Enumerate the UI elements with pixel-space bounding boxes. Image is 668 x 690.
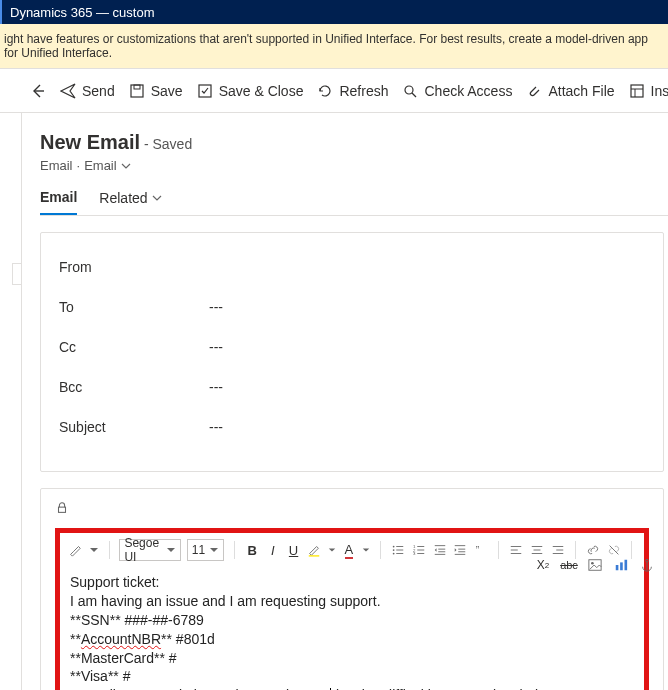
bullets-button[interactable] — [391, 540, 406, 560]
quote-icon: ” — [474, 543, 488, 557]
save-close-label: Save & Close — [219, 83, 304, 99]
app-title-bar: Dynamics 365 — custom — [0, 0, 668, 24]
font-name-value: Segoe UI — [124, 536, 161, 564]
caret-down-icon[interactable] — [328, 545, 336, 555]
quote-button[interactable]: ” — [474, 540, 489, 560]
body-line-3b: ###-##-6789 — [124, 612, 203, 628]
cc-row[interactable]: Cc --- — [59, 327, 645, 367]
subject-row[interactable]: Subject --- — [59, 407, 645, 447]
body-line-6: **Visa** # — [70, 668, 130, 684]
highlight-button[interactable] — [307, 540, 322, 560]
svg-rect-9 — [59, 507, 66, 512]
breadcrumb-sep: · — [77, 158, 81, 173]
check-access-icon — [402, 83, 418, 99]
editor-card: X2 abc — [40, 488, 664, 690]
chevron-down-icon[interactable] — [121, 161, 131, 171]
svg-point-22 — [393, 553, 395, 555]
bcc-row[interactable]: Bcc --- — [59, 367, 645, 407]
svg-line-48 — [609, 546, 618, 555]
attach-file-button[interactable]: Attach File — [526, 83, 614, 99]
caret-down-icon[interactable] — [362, 545, 370, 555]
warning-text: ight have features or customizations tha… — [4, 32, 648, 60]
app-title: Dynamics 365 — custom — [10, 5, 155, 20]
breadcrumb-b[interactable]: Email — [84, 158, 117, 173]
format-painter-drop[interactable] — [89, 540, 99, 560]
align-left-button[interactable] — [509, 540, 524, 560]
save-close-icon — [197, 83, 213, 99]
highlighted-editor-region: Segoe UI 11 B I U A — [55, 528, 649, 690]
font-name-select[interactable]: Segoe UI — [119, 539, 180, 561]
svg-point-18 — [393, 546, 395, 548]
save-label: Save — [151, 83, 183, 99]
body-line-4a: ** — [70, 631, 81, 647]
indent-icon — [453, 543, 467, 557]
insert-template-label: Insert Templat — [651, 83, 668, 99]
underline-button[interactable]: U — [286, 540, 301, 560]
outdent-icon — [433, 543, 447, 557]
font-size-select[interactable]: 11 — [187, 539, 224, 561]
svg-point-4 — [405, 86, 413, 94]
svg-rect-6 — [631, 85, 643, 97]
svg-point-11 — [591, 562, 594, 565]
refresh-button[interactable]: Refresh — [317, 83, 388, 99]
to-label: To — [59, 299, 209, 315]
italic-button[interactable]: I — [266, 540, 281, 560]
page-title: New Email — [40, 131, 140, 153]
paintbrush-icon — [68, 543, 82, 557]
lock-row — [41, 489, 663, 518]
save-close-button[interactable]: Save & Close — [197, 83, 304, 99]
chevron-down-icon — [152, 193, 162, 203]
body-line-4c: ** #801d — [161, 631, 215, 647]
attach-file-label: Attach File — [548, 83, 614, 99]
check-access-label: Check Access — [424, 83, 512, 99]
warning-banner: ight have features or customizations tha… — [0, 24, 668, 69]
outdent-button[interactable] — [432, 540, 447, 560]
to-value: --- — [209, 299, 223, 315]
command-bar: Send Save Save & Close Refresh Check Acc… — [0, 69, 668, 113]
cc-label: Cc — [59, 339, 209, 355]
email-fields-card: From To --- Cc --- Bcc --- Subject --- — [40, 232, 664, 472]
body-line-4b: AccountNBR — [81, 631, 161, 647]
align-left-icon — [509, 543, 523, 557]
back-arrow-icon — [30, 83, 46, 99]
format-painter-button[interactable] — [68, 540, 83, 560]
save-button[interactable]: Save — [129, 83, 183, 99]
bold-button[interactable]: B — [245, 540, 260, 560]
svg-text:”: ” — [476, 544, 480, 556]
page-header: New Email - Saved — [40, 131, 668, 154]
bullets-icon — [391, 543, 405, 557]
svg-point-15 — [646, 559, 649, 562]
refresh-label: Refresh — [339, 83, 388, 99]
caret-down-icon — [209, 545, 219, 555]
tab-related[interactable]: Related — [99, 189, 161, 215]
editor-body[interactable]: Support ticket: I am having an issue and… — [60, 567, 644, 690]
tab-email[interactable]: Email — [40, 189, 77, 215]
from-row[interactable]: From — [59, 247, 645, 287]
save-icon — [129, 83, 145, 99]
cc-value: --- — [209, 339, 223, 355]
send-button[interactable]: Send — [60, 83, 115, 99]
body-line-2: I am having an issue and I am requesting… — [70, 593, 381, 609]
tab-bar: Email Related — [40, 189, 668, 216]
attach-icon — [526, 83, 542, 99]
caret-down-icon — [166, 545, 176, 555]
body-line-1: Support ticket: — [70, 574, 160, 590]
breadcrumb-a: Email — [40, 158, 73, 173]
to-row[interactable]: To --- — [59, 287, 645, 327]
left-rail — [0, 113, 22, 690]
caret-down-icon — [89, 545, 99, 555]
lock-icon — [55, 501, 69, 515]
from-label: From — [59, 259, 209, 275]
highlight-icon — [307, 543, 321, 557]
back-button[interactable] — [30, 78, 46, 104]
svg-point-20 — [393, 549, 395, 551]
indent-button[interactable] — [453, 540, 468, 560]
left-rail-handle[interactable] — [12, 263, 22, 285]
numbering-button[interactable]: 123 — [412, 540, 427, 560]
insert-template-button[interactable]: Insert Templat — [629, 83, 668, 99]
font-color-button[interactable]: A — [342, 540, 357, 560]
numbering-icon: 123 — [412, 543, 426, 557]
bcc-value: --- — [209, 379, 223, 395]
check-access-button[interactable]: Check Access — [402, 83, 512, 99]
subject-value: --- — [209, 419, 223, 435]
